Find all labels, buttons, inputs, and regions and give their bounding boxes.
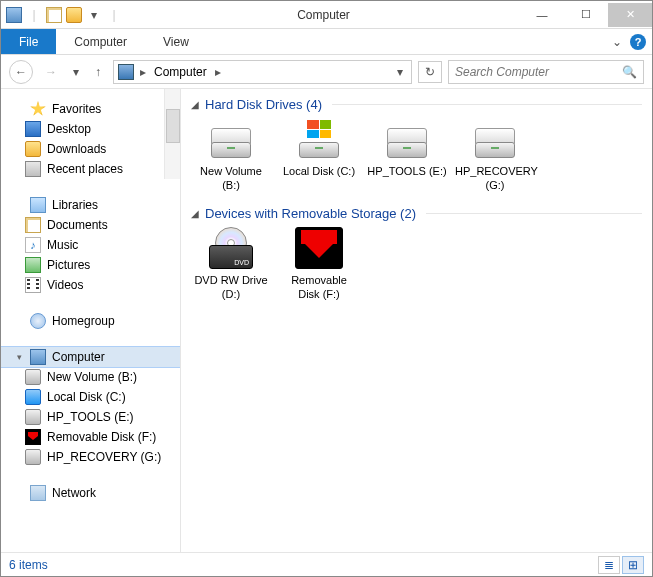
tab-view[interactable]: View (145, 29, 207, 54)
navigation-bar: ← → ▾ ↑ ▸ Computer ▸ ▾ ↻ 🔍 (1, 55, 652, 89)
history-dropdown-icon[interactable]: ▾ (69, 65, 83, 79)
ribbon-expand-icon[interactable]: ⌄ (612, 35, 622, 49)
sidebar-item-downloads[interactable]: Downloads (1, 139, 180, 159)
sidebar-item-desktop[interactable]: Desktop (1, 119, 180, 139)
search-input[interactable] (455, 65, 618, 79)
sidebar-item-new-volume-b[interactable]: New Volume (B:) (1, 367, 180, 387)
qat-computer-icon[interactable] (5, 6, 23, 24)
drive-item[interactable]: New Volume (B:) (191, 118, 271, 192)
sidebar-libraries-header[interactable]: Libraries (1, 195, 180, 215)
breadcrumb-chevron-icon[interactable]: ▸ (213, 65, 223, 79)
category-header[interactable]: ◢Hard Disk Drives (4) (191, 97, 642, 112)
address-bar[interactable]: ▸ Computer ▸ ▾ (113, 60, 412, 84)
sidebar-item-removable-disk-f[interactable]: Removable Disk (F:) (1, 427, 180, 447)
drive-label: Removable Disk (F:) (279, 273, 359, 301)
item-grid: New Volume (B:)Local Disk (C:)HP_TOOLS (… (191, 118, 642, 192)
address-history-icon[interactable]: ▾ (393, 65, 407, 79)
up-button[interactable]: ↑ (89, 63, 107, 81)
sidebar-item-music[interactable]: Music (1, 235, 180, 255)
collapse-icon[interactable] (15, 105, 24, 114)
sidebar-item-label: Documents (47, 218, 108, 232)
minimize-button[interactable]: — (520, 3, 564, 27)
breadcrumb-root-chevron-icon[interactable]: ▸ (138, 65, 148, 79)
tab-computer[interactable]: Computer (56, 29, 145, 54)
drive-icon (25, 389, 41, 405)
details-view-button[interactable]: ≣ (598, 556, 620, 574)
category-label: Hard Disk Drives (4) (205, 97, 322, 112)
sidebar-item-documents[interactable]: Documents (1, 215, 180, 235)
collapse-icon[interactable]: ◢ (191, 208, 199, 219)
hdd-icon (207, 118, 255, 160)
help-icon[interactable]: ? (630, 34, 646, 50)
sidebar-item-label: New Volume (B:) (47, 370, 137, 384)
sidebar-item-label: HP_TOOLS (E:) (47, 410, 133, 424)
removable-icon (25, 429, 41, 445)
drive-label: Local Disk (C:) (279, 164, 359, 178)
back-button[interactable]: ← (9, 60, 33, 84)
sidebar-item-local-disk-c[interactable]: Local Disk (C:) (1, 387, 180, 407)
collapse-icon[interactable] (15, 201, 24, 210)
sidebar-network-header[interactable]: Network (1, 483, 180, 503)
status-text: 6 items (9, 558, 48, 572)
window-title: Computer (127, 8, 520, 22)
qat-properties-icon[interactable] (45, 6, 63, 24)
sidebar-item-label: Downloads (47, 142, 106, 156)
qat-dropdown-icon[interactable]: ▾ (85, 6, 103, 24)
sidebar-computer: ▾ Computer New Volume (B:) Local Disk (C… (1, 347, 180, 467)
folder-icon (25, 141, 41, 157)
sidebar-item-hp-recovery-g[interactable]: HP_RECOVERY (G:) (1, 447, 180, 467)
content-pane: ◢Hard Disk Drives (4)New Volume (B:)Loca… (181, 89, 652, 552)
sidebar-item-videos[interactable]: Videos (1, 275, 180, 295)
search-box[interactable]: 🔍 (448, 60, 644, 84)
sidebar-item-label: Videos (47, 278, 83, 292)
sidebar-scrollbar[interactable] (164, 89, 180, 179)
hdd-icon (471, 118, 519, 160)
collapse-icon[interactable]: ▾ (15, 353, 24, 362)
drive-item[interactable]: HP_RECOVERY (G:) (455, 118, 535, 192)
body: Favorites Desktop Downloads Recent place… (1, 89, 652, 552)
sidebar-homegroup-header[interactable]: Homegroup (1, 311, 180, 331)
favorites-label: Favorites (52, 102, 101, 116)
dvd-icon (207, 227, 255, 269)
desktop-icon (25, 121, 41, 137)
sidebar-item-hp-tools-e[interactable]: HP_TOOLS (E:) (1, 407, 180, 427)
sidebar-homegroup: Homegroup (1, 311, 180, 331)
sidebar-item-recent-places[interactable]: Recent places (1, 159, 180, 179)
sidebar-libraries: Libraries Documents Music Pictures Video… (1, 195, 180, 295)
star-icon (30, 101, 46, 117)
breadcrumb-computer[interactable]: Computer (152, 65, 209, 79)
recent-icon (25, 161, 41, 177)
sidebar-item-pictures[interactable]: Pictures (1, 255, 180, 275)
titlebar: | ▾ | Computer — ☐ ✕ (1, 1, 652, 29)
maximize-button[interactable]: ☐ (564, 3, 608, 27)
network-label: Network (52, 486, 96, 500)
sidebar-item-label: Local Disk (C:) (47, 390, 126, 404)
computer-icon (30, 349, 46, 365)
drive-item[interactable]: Local Disk (C:) (279, 118, 359, 192)
view-switch: ≣ ⊞ (598, 556, 644, 574)
qat-new-folder-icon[interactable] (65, 6, 83, 24)
category-label: Devices with Removable Storage (2) (205, 206, 416, 221)
drive-item[interactable]: HP_TOOLS (E:) (367, 118, 447, 192)
icons-view-button[interactable]: ⊞ (622, 556, 644, 574)
sidebar-favorites-header[interactable]: Favorites (1, 99, 180, 119)
tab-file[interactable]: File (1, 29, 56, 54)
collapse-icon[interactable]: ◢ (191, 99, 199, 110)
drive-item[interactable]: DVD RW Drive (D:) (191, 227, 271, 301)
category: ◢Devices with Removable Storage (2)DVD R… (191, 206, 642, 301)
category-header[interactable]: ◢Devices with Removable Storage (2) (191, 206, 642, 221)
refresh-button[interactable]: ↻ (418, 61, 442, 83)
pictures-icon (25, 257, 41, 273)
quick-access-toolbar: | ▾ | (1, 6, 127, 24)
close-button[interactable]: ✕ (608, 3, 652, 27)
drive-item[interactable]: Removable Disk (F:) (279, 227, 359, 301)
forward-button[interactable]: → (39, 60, 63, 84)
videos-icon (25, 277, 41, 293)
item-grid: DVD RW Drive (D:)Removable Disk (F:) (191, 227, 642, 301)
sidebar-computer-header[interactable]: ▾ Computer (1, 347, 180, 367)
window-controls: — ☐ ✕ (520, 3, 652, 27)
scrollbar-thumb[interactable] (166, 109, 180, 143)
collapse-icon[interactable] (15, 317, 24, 326)
drive-icon (25, 449, 41, 465)
collapse-icon[interactable] (15, 489, 24, 498)
